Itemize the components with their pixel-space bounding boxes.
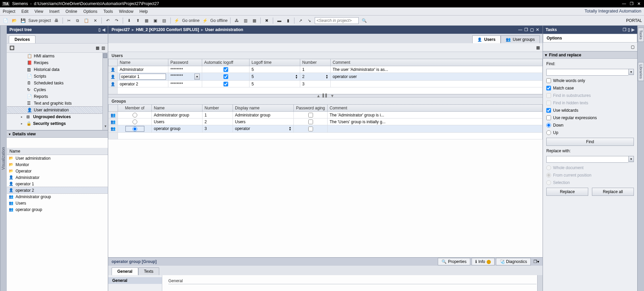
accessible-devices-icon[interactable]: 🖧 (233, 17, 240, 24)
tree-item[interactable]: 📄Scripts (7, 73, 108, 80)
details-row[interactable]: 📂Operator (7, 168, 108, 174)
details-row[interactable]: 👥operator group (7, 206, 108, 213)
spinner-icon[interactable]: ▲▼ (326, 74, 328, 79)
redo-icon[interactable]: ↷ (113, 17, 120, 24)
cell-number[interactable]: 3 (300, 81, 331, 87)
groups-row[interactable]: 👥Users2UsersThe 'Users' group is initial… (109, 118, 543, 125)
cell-logoff[interactable]: 5 (249, 66, 300, 73)
new-project-icon[interactable]: 📄 (2, 17, 9, 24)
groups-col-comment[interactable]: Comment (328, 105, 543, 112)
cell-comment[interactable]: The 'Users' group is initially g... (328, 118, 543, 125)
tree-item[interactable]: 🗓Scheduled tasks (7, 80, 108, 86)
users-col-number[interactable]: Number (300, 59, 331, 66)
cell-logoff[interactable]: 5▲▼ (249, 73, 300, 81)
replace-dropdown-icon[interactable]: ▼ (628, 156, 634, 162)
tree-item[interactable]: ▸⊞Ungrouped devices (7, 113, 108, 120)
tree-scrollbar[interactable]: ▲ ▼ (102, 53, 108, 130)
details-row[interactable]: 👤operator 1 (7, 181, 108, 187)
users-row[interactable]: 👤operator 2********53 (109, 81, 543, 87)
split-h-icon[interactable]: ▬ (276, 17, 283, 24)
replace-input[interactable] (546, 156, 628, 163)
details-col-name[interactable]: Name (7, 148, 108, 155)
cell-aging[interactable] (294, 118, 328, 125)
find-replace-header[interactable]: ▾ Find and replace (543, 51, 637, 59)
member-radio[interactable] (133, 113, 137, 117)
paste-icon[interactable]: 📋 (83, 17, 90, 24)
spinner-icon[interactable]: ▲▼ (295, 74, 298, 79)
match-case-checkbox[interactable]: Match case (546, 86, 634, 90)
users-col-comment[interactable]: Comment (331, 59, 543, 66)
tree-item[interactable]: 📄Reports (7, 93, 108, 100)
groups-add-new[interactable] (109, 132, 543, 139)
tab-diagnostics[interactable]: 🩺Diagnostics (496, 258, 531, 265)
cell-number[interactable]: 2▲▼ (300, 73, 331, 81)
download-icon[interactable]: ⬇ (126, 17, 133, 24)
menu-window[interactable]: Window (119, 9, 134, 14)
simulate-icon[interactable]: ▣ (152, 17, 159, 24)
cell-comment[interactable]: The 'Administrator' group is i... (328, 112, 543, 118)
replace-all-button[interactable]: Replace all (592, 188, 634, 196)
scroll-down-icon[interactable]: ▼ (103, 125, 108, 130)
cell-comment[interactable] (331, 81, 543, 87)
find-button[interactable]: Find (546, 138, 634, 146)
details-row[interactable]: 📂Monitor (7, 161, 108, 168)
cell-member[interactable] (118, 118, 152, 125)
users-col-autologoff[interactable]: Automatic logoff (202, 59, 249, 66)
editor-max-icon[interactable]: ▢ (530, 27, 534, 32)
tb-icon-4[interactable]: ↘ (306, 17, 313, 24)
tree-tool-1-icon[interactable]: ▦ (96, 46, 99, 50)
tasks-pin-icon[interactable]: ▯ (628, 27, 630, 32)
groups-col-member[interactable]: Member of (118, 105, 152, 112)
cell-number[interactable]: 1 (300, 66, 331, 73)
h-splitter[interactable]: ▲▌▌▼ (108, 94, 543, 98)
details-row[interactable]: 👤Administrator (7, 174, 108, 181)
users-row[interactable]: 👤********▼5▲▼2▲▼operator user (109, 73, 543, 81)
crumb-device[interactable]: HMI_2 [KP1200 Comfort SIPLUS] (136, 27, 199, 32)
inspector-restore-icon[interactable]: ❐ (533, 259, 537, 264)
tree-item[interactable]: ↻Cycles (7, 86, 108, 93)
groups-col-aging[interactable]: Password aging (294, 105, 328, 112)
details-row[interactable]: 👥Administrator group (7, 193, 108, 200)
menu-options[interactable]: Options (84, 9, 97, 14)
cell-member[interactable] (118, 112, 152, 118)
cell-display[interactable]: operator▲▼ (233, 125, 294, 133)
tab-users[interactable]: 👤Users (472, 35, 500, 43)
cell-name[interactable]: Users (152, 118, 202, 125)
cell-aging[interactable] (294, 125, 328, 133)
project-tree[interactable]: 📋HMI alarms📕Recipes▥Historical data📄Scri… (7, 53, 108, 130)
cross-ref-icon[interactable]: ✖ (263, 17, 270, 24)
devices-tab[interactable]: Devices (9, 35, 35, 43)
menu-edit[interactable]: Edit (21, 9, 28, 14)
spinner-icon[interactable]: ▲▼ (289, 126, 291, 131)
tab-info[interactable]: ℹInfo⬤ (472, 258, 495, 265)
scroll-thumb[interactable] (103, 53, 107, 58)
undo-icon[interactable]: ↶ (104, 17, 111, 24)
cell-name[interactable]: operator 2 (118, 81, 168, 87)
cell-name[interactable]: operator group (152, 125, 202, 133)
print-icon[interactable]: 🖶 (53, 17, 60, 24)
tree-item[interactable]: ▥Historical data (7, 66, 108, 73)
groups-row[interactable]: 👥operator group3operator▲▼ (109, 125, 543, 133)
cell-number[interactable]: 2 (202, 118, 233, 125)
users-add-new[interactable] (109, 87, 543, 94)
cell-comment[interactable] (328, 125, 543, 133)
search-input[interactable] (315, 17, 359, 24)
pin-icon[interactable]: ▯ (98, 27, 101, 32)
compile-icon[interactable]: ▦ (143, 17, 150, 24)
upload-icon[interactable]: ⬆ (135, 17, 141, 24)
find-input[interactable] (546, 69, 628, 76)
cell-aging[interactable] (294, 112, 328, 118)
cell-name[interactable]: Administrator group (152, 112, 202, 118)
subtab-texts[interactable]: Texts (138, 267, 159, 275)
member-radio[interactable] (133, 127, 137, 131)
member-radio[interactable] (133, 120, 137, 124)
cell-autologoff[interactable] (202, 81, 249, 87)
cell-member[interactable] (118, 125, 152, 133)
users-col-name[interactable]: Name (118, 59, 168, 66)
users-col-password[interactable]: Password (168, 59, 202, 66)
menu-tools[interactable]: Tools (103, 9, 113, 14)
side-tab-visualization[interactable]: Visualization (0, 26, 7, 291)
options-header[interactable]: Options (543, 34, 637, 43)
password-dropdown-icon[interactable]: ▼ (194, 74, 200, 80)
tab-properties[interactable]: 🔍Properties (438, 258, 470, 265)
